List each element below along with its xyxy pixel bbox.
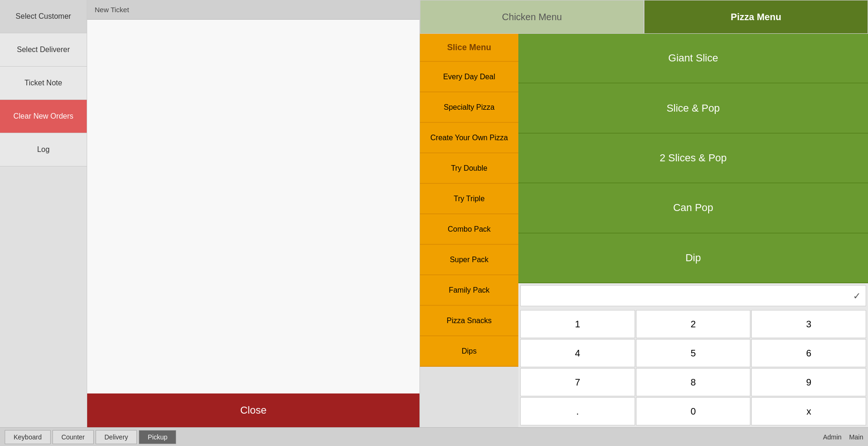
bottom-tab-pickup[interactable]: Pickup <box>139 430 176 444</box>
numpad-key-x[interactable]: x <box>751 397 866 425</box>
slice-menu-header: Slice Menu <box>420 34 518 62</box>
main-label: Main <box>849 433 863 441</box>
slice-item-try-double[interactable]: Try Double <box>420 153 518 184</box>
numpad-key-7[interactable]: 7 <box>520 368 635 396</box>
menu-tab-0[interactable]: Chicken Menu <box>420 0 644 34</box>
menu-item-can-pop[interactable]: Can Pop <box>518 183 868 233</box>
ticket-area: New Ticket Close <box>87 0 420 427</box>
numpad-grid: 123456789.0x <box>518 308 868 427</box>
menu-tab-1[interactable]: Pizza Menu <box>644 0 868 34</box>
slice-item-super-pack[interactable]: Super Pack <box>420 245 518 275</box>
ticket-body <box>87 20 419 393</box>
slice-item-create-your-own-pizza[interactable]: Create Your Own Pizza <box>420 123 518 153</box>
main-area: Select CustomerSelect DelivererTicket No… <box>0 0 868 427</box>
bottom-tab-keyboard[interactable]: Keyboard <box>5 430 51 444</box>
menu-item-slice-pop[interactable]: Slice & Pop <box>518 83 868 133</box>
bottom-right: Admin Main <box>823 433 863 441</box>
numpad-display: ✓ <box>520 285 866 306</box>
slice-item-family-pack[interactable]: Family Pack <box>420 275 518 306</box>
sidebar: Select CustomerSelect DelivererTicket No… <box>0 0 87 427</box>
numpad-key-2[interactable]: 2 <box>636 310 751 338</box>
numpad-key-3[interactable]: 3 <box>751 310 866 338</box>
sidebar-btn-clear-new-orders[interactable]: Clear New Orders <box>0 100 87 133</box>
sidebar-btn-select-deliverer[interactable]: Select Deliverer <box>0 33 87 67</box>
menu-content: Slice Menu Every Day DealSpecialty Pizza… <box>420 34 868 427</box>
bottom-tab-counter[interactable]: Counter <box>52 430 94 444</box>
numpad-key-0[interactable]: 0 <box>636 397 751 425</box>
menu-item-dip[interactable]: Dip <box>518 234 868 283</box>
numpad-key-8[interactable]: 8 <box>636 368 751 396</box>
ticket-header: New Ticket <box>87 0 419 20</box>
numpad-area: ✓ 123456789.0x <box>518 283 868 427</box>
numpad-key-5[interactable]: 5 <box>636 339 751 367</box>
right-panel: Chicken MenuPizza Menu Slice Menu Every … <box>420 0 868 427</box>
items-list: Giant SliceSlice & Pop2 Slices & PopCan … <box>518 34 868 283</box>
menu-tabs: Chicken MenuPizza Menu <box>420 0 868 34</box>
bottom-tab-delivery[interactable]: Delivery <box>96 430 137 444</box>
slice-item-combo-pack[interactable]: Combo Pack <box>420 214 518 245</box>
slice-item-try-triple[interactable]: Try Triple <box>420 184 518 214</box>
numpad-key-.[interactable]: . <box>520 397 635 425</box>
items-column: Giant SliceSlice & Pop2 Slices & PopCan … <box>518 34 868 427</box>
slice-menu-column: Slice Menu Every Day DealSpecialty Pizza… <box>420 34 518 427</box>
numpad-key-6[interactable]: 6 <box>751 339 866 367</box>
slice-item-dips[interactable]: Dips <box>420 336 518 367</box>
slice-item-specialty-pizza[interactable]: Specialty Pizza <box>420 92 518 123</box>
bottom-bar: KeyboardCounterDeliveryPickup Admin Main <box>0 427 868 446</box>
slice-item-pizza-snacks[interactable]: Pizza Snacks <box>420 306 518 336</box>
sidebar-btn-log[interactable]: Log <box>0 133 87 166</box>
sidebar-btn-select-customer[interactable]: Select Customer <box>0 0 87 33</box>
slice-item-every-day-deal[interactable]: Every Day Deal <box>420 62 518 92</box>
bottom-tabs: KeyboardCounterDeliveryPickup <box>5 430 177 444</box>
close-button[interactable]: Close <box>87 393 419 427</box>
admin-label: Admin <box>823 433 842 441</box>
menu-item-giant-slice[interactable]: Giant Slice <box>518 34 868 83</box>
menu-item-2-slices-pop[interactable]: 2 Slices & Pop <box>518 134 868 183</box>
numpad-key-1[interactable]: 1 <box>520 310 635 338</box>
numpad-check-icon[interactable]: ✓ <box>853 290 861 302</box>
numpad-key-9[interactable]: 9 <box>751 368 866 396</box>
numpad-key-4[interactable]: 4 <box>520 339 635 367</box>
sidebar-btn-ticket-note[interactable]: Ticket Note <box>0 67 87 100</box>
